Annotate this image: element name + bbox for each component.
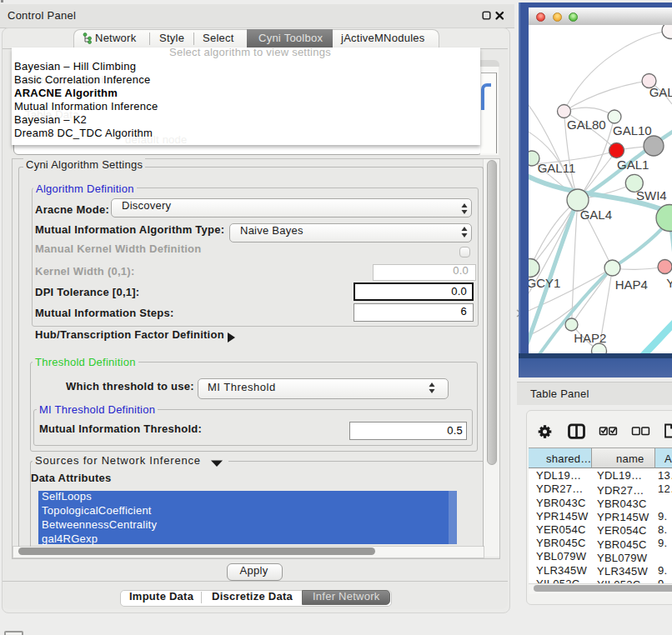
svg-text:GAL1: GAL1	[617, 158, 649, 172]
svg-text:GAL10: GAL10	[613, 123, 652, 138]
svg-text:GAL11: GAL11	[538, 161, 576, 175]
svg-text:GAL4: GAL4	[580, 208, 612, 222]
svg-text:GAL8: GAL8	[649, 85, 672, 99]
svg-text:SWI4: SWI4	[636, 188, 667, 202]
svg-text:HAP4: HAP4	[615, 278, 648, 292]
svg-text:Y: Y	[666, 276, 672, 290]
svg-text:HAP2: HAP2	[574, 331, 606, 345]
svg-text:GAL80: GAL80	[567, 118, 606, 132]
svg-text:GCY1: GCY1	[529, 276, 560, 290]
